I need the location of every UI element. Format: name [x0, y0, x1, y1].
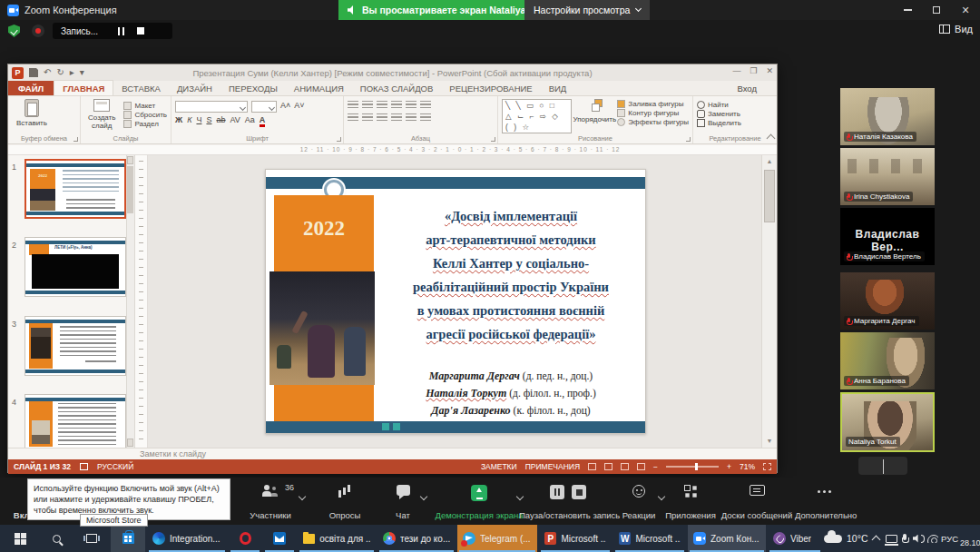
dialog-launcher-icon[interactable] — [337, 137, 341, 142]
notes-pane[interactable]: Заметки к слайду — [8, 448, 777, 459]
language-indicator[interactable]: РУССКИЙ — [97, 462, 133, 471]
view-button[interactable]: Вид — [939, 24, 973, 34]
increase-indent-icon[interactable] — [391, 101, 402, 110]
participant-tile[interactable]: Маргарита Дергач — [840, 272, 935, 330]
start-button[interactable] — [2, 525, 38, 552]
taskbar-word[interactable]: WMicrosoft ... — [613, 525, 686, 552]
maximize-button[interactable] — [922, 0, 951, 20]
text-direction-icon[interactable] — [420, 101, 431, 110]
save-icon[interactable] — [29, 68, 38, 77]
reset-button[interactable]: Сбросить — [123, 111, 167, 119]
ppt-close-button[interactable]: ✕ — [766, 66, 773, 75]
tray-expand-button[interactable] — [873, 525, 879, 552]
paste-button[interactable]: Вставить — [12, 99, 52, 127]
zoom-level[interactable]: 71% — [740, 462, 755, 471]
weather-widget[interactable]: 10°C — [824, 525, 867, 552]
encryption-shield-icon[interactable] — [8, 25, 20, 37]
italic-button[interactable]: К — [187, 115, 191, 124]
scroll-up-icon[interactable]: ▲ — [764, 156, 775, 167]
layout-button[interactable]: Макет — [123, 102, 167, 110]
shape-outline-button[interactable]: Контур фигуры — [617, 109, 689, 117]
shrink-font-icon[interactable]: А˅ — [294, 101, 304, 113]
decrease-indent-icon[interactable] — [377, 101, 387, 110]
stop-recording-icon[interactable] — [137, 27, 144, 34]
slide-thumbnail-1[interactable]: 2022 — [24, 159, 126, 219]
strikethrough-button[interactable]: ab — [216, 115, 225, 124]
tab-transitions[interactable]: ПЕРЕХОДЫ — [220, 81, 286, 95]
slide-sorter-icon[interactable] — [604, 463, 612, 470]
taskbar-mail[interactable] — [263, 525, 296, 552]
shape-fill-button[interactable]: Заливка фигуры — [617, 100, 689, 108]
normal-view-icon[interactable] — [588, 463, 596, 470]
tab-design[interactable]: ДИЗАЙН — [169, 81, 220, 95]
participant-tile[interactable]: Irina Chystiakova — [840, 148, 935, 205]
notes-toggle[interactable]: ЗАМЕТКИ — [481, 462, 517, 471]
character-spacing-button[interactable]: AV — [230, 115, 240, 124]
close-button[interactable]: ✕ — [951, 0, 980, 20]
start-slideshow-icon[interactable]: ▸ — [70, 68, 74, 77]
tab-view[interactable]: ВИД — [541, 81, 575, 95]
stop-recording-icon[interactable] — [572, 485, 586, 499]
tab-insert[interactable]: ВСТАВКА — [113, 81, 169, 95]
zoom-slider[interactable] — [666, 466, 719, 468]
justify-icon[interactable] — [391, 113, 402, 123]
font-name-combobox[interactable] — [175, 101, 248, 113]
shape-effects-button[interactable]: Эффекты фигуры — [617, 118, 689, 126]
dialog-launcher-icon[interactable] — [686, 137, 691, 142]
text-shadow-button[interactable]: S — [206, 115, 211, 124]
display-settings-icon[interactable] — [80, 463, 88, 470]
slide[interactable]: 2022 «Досвід імплементації арт-терапевти… — [265, 169, 646, 434]
arrange-button[interactable]: Упорядочить — [576, 99, 612, 133]
smartart-convert-icon[interactable] — [420, 113, 431, 123]
taskbar-edge[interactable]: Integration... — [147, 525, 227, 552]
font-size-combobox[interactable] — [251, 101, 277, 113]
columns-icon[interactable] — [406, 113, 416, 123]
tab-review[interactable]: РЕЦЕНЗИРОВАНИЕ — [441, 81, 540, 95]
tab-file[interactable]: ФАЙЛ — [8, 81, 54, 95]
replace-button[interactable]: Заменить — [697, 110, 773, 118]
scrollbar-thumb[interactable] — [127, 166, 133, 213]
tray-device-button[interactable] — [886, 525, 897, 552]
ppt-restore-button[interactable]: ❐ — [750, 66, 757, 75]
find-button[interactable]: Найти — [697, 101, 773, 109]
apps-button[interactable]: Приложения — [662, 479, 719, 523]
taskbar-viber[interactable]: Viber — [768, 525, 822, 552]
new-slide-button[interactable]: Создать слайд — [84, 99, 119, 130]
tray-network-button[interactable] — [927, 525, 938, 552]
scroll-down-icon[interactable] — [127, 439, 133, 447]
slide-thumbnail-2[interactable]: ЛЕТИ («Fly», Анна) — [24, 237, 126, 297]
slide-thumbnail-3[interactable] — [24, 316, 126, 376]
redo-icon[interactable]: ↻ — [56, 68, 64, 77]
more-button[interactable]: Дополнительно — [795, 479, 855, 523]
pause-recording-icon[interactable] — [118, 27, 124, 35]
participant-tile[interactable]: Наталія Казакова — [840, 88, 935, 145]
font-color-button[interactable]: А — [260, 115, 266, 127]
underline-button[interactable]: Ч — [196, 115, 201, 124]
search-button[interactable] — [38, 525, 74, 552]
bold-button[interactable]: Ж — [175, 115, 182, 124]
grow-font-icon[interactable]: А˄ — [280, 101, 290, 113]
reading-view-icon[interactable] — [621, 463, 629, 470]
view-options-button[interactable]: Настройки просмотра — [524, 0, 650, 20]
dialog-launcher-icon[interactable] — [491, 137, 495, 142]
line-spacing-icon[interactable] — [406, 101, 416, 110]
taskbar-zoom[interactable]: Zoom Кон... — [688, 525, 766, 552]
tab-home[interactable]: ГЛАВНАЯ — [54, 80, 113, 95]
reactions-button[interactable]: Реакции — [617, 479, 661, 523]
participant-tile-active-speaker[interactable]: Nataliya Torkut — [840, 392, 935, 452]
shapes-gallery[interactable]: ╲ ╲ ▭ ○ □ △ ⌙ ⌐ ⇨ ◇ ( ) ☆ — [502, 99, 572, 133]
comments-toggle[interactable]: ПРИМЕЧАНИЯ — [525, 462, 580, 471]
clock[interactable]: 11:44 28.10.2022 — [960, 525, 980, 552]
scrollbar-thumb[interactable] — [764, 170, 775, 222]
align-left-icon[interactable] — [348, 113, 358, 123]
pause-stop-recording-button[interactable]: Пауза/остановить запись — [519, 479, 617, 523]
tray-mic-button[interactable] — [902, 525, 907, 552]
taskbar-store[interactable] — [111, 525, 145, 552]
more-participants-button[interactable] — [858, 457, 907, 475]
minimize-button[interactable] — [893, 0, 922, 20]
whiteboards-button[interactable]: Доски сообщений — [720, 479, 793, 523]
numbering-icon[interactable] — [362, 101, 373, 110]
taskbar-folder[interactable]: освіта для ... — [298, 525, 376, 552]
taskbar-telegram[interactable]: Telegram (... — [457, 525, 537, 552]
polls-button[interactable]: Опросы — [319, 479, 370, 523]
